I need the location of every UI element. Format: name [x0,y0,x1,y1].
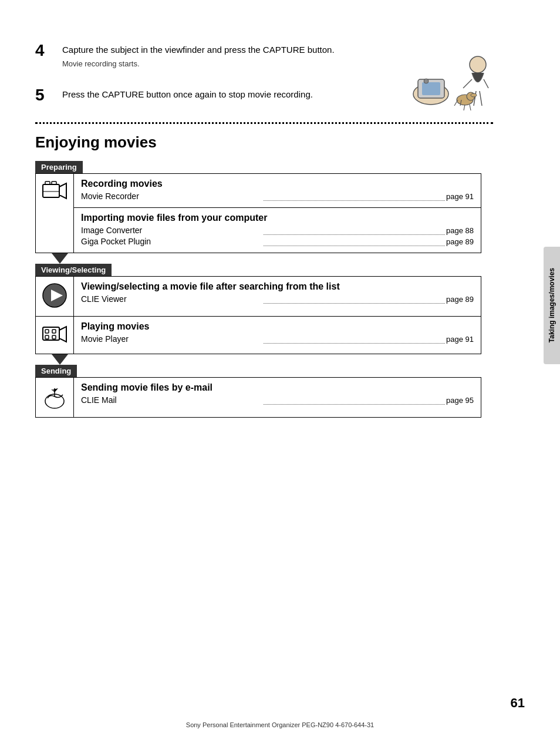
image-converter-label: Image Converter [81,226,262,235]
table-row: Importing movie files from your computer… [36,207,481,253]
movie-recorder-page: page 91 [446,192,474,201]
step-4-main: Capture the subject in the viewfinder an… [62,43,396,57]
recording-icon-cell [36,173,74,253]
preparing-header: Preparing [35,161,83,173]
svg-line-11 [454,100,458,106]
recording-movies-cell: Recording movies Movie Recorder page 91 [74,173,481,207]
sending-cell: Sending movie files by e-mail CLIE Mail … [74,377,481,417]
svg-rect-2 [422,82,440,95]
viewing-header: Viewing/Selecting [35,264,112,276]
clie-viewer-row: CLIE Viewer page 89 [81,294,474,304]
giga-pocket-row: Giga Pocket Plugin page 89 [81,237,474,246]
svg-line-5 [463,79,472,88]
svg-point-15 [471,93,477,97]
sending-header: Sending [35,365,77,377]
svg-rect-25 [45,330,49,333]
table-row: Viewing/selecting a movie file after sea… [36,276,481,316]
importing-cell: Importing movie files from your computer… [74,207,481,253]
group-viewing: Viewing/Selecting Viewing/selecting a mo… [35,264,525,354]
svg-rect-27 [45,335,49,339]
dots [264,238,445,246]
step-5-number: 5 [35,86,53,105]
movie-player-label: Movie Player [81,334,262,344]
table-row: Sending movie files by e-mail CLIE Mail … [36,377,481,417]
viewing-table: Viewing/selecting a movie file after sea… [35,276,481,354]
section-title: Enjoying movies [35,133,525,152]
dots [264,227,445,235]
side-tab: Taking images/movies [544,247,560,364]
image-converter-page: page 88 [446,226,474,235]
clie-mail-page: page 95 [446,396,474,405]
viewing-title: Viewing/selecting a movie file after sea… [81,281,474,292]
svg-point-3 [424,79,429,83]
arrow-2 [35,354,481,365]
clie-viewer-label: CLIE Viewer [81,294,262,304]
viewing-cell: Viewing/selecting a movie file after sea… [74,276,481,316]
svg-marker-17 [59,183,66,199]
illustration [396,47,501,123]
dots [264,396,445,405]
svg-line-14 [470,105,471,110]
flow-groups: Preparing Recording movie [35,161,525,418]
table-row: Playing movies Movie Player page 91 [36,316,481,354]
playing-movies-cell: Playing movies Movie Player page 91 [74,316,481,354]
movie-player-row: Movie Player page 91 [81,334,474,344]
film-icon-cell [36,316,74,354]
arrow-down-icon-2 [52,354,68,365]
group-sending: Sending Sending movie fil [35,365,525,418]
side-tab-label: Taking images/movies [548,268,556,342]
arrow-down-icon [52,253,68,264]
group-preparing: Preparing Recording movie [35,161,525,253]
clie-mail-row: CLIE Mail page 95 [81,395,474,405]
step-4-content: Capture the subject in the viewfinder an… [62,41,396,68]
dots [264,193,445,201]
sending-title: Sending movie files by e-mail [81,382,474,393]
step-4-sub: Movie recording starts. [62,59,396,68]
svg-rect-28 [52,335,56,339]
svg-rect-16 [43,184,59,197]
svg-marker-24 [59,327,66,342]
svg-rect-26 [52,330,56,333]
play-icon-cell [36,276,74,316]
film-camera-icon [42,322,68,346]
giga-pocket-label: Giga Pocket Plugin [81,237,262,246]
recording-movies-row: Movie Recorder page 91 [81,191,474,201]
svg-line-6 [484,79,488,88]
clie-viewer-page: page 89 [446,295,474,304]
clie-mail-label: CLIE Mail [81,395,262,405]
importing-title: Importing movie files from your computer [81,213,474,223]
movie-recorder-label: Movie Recorder [81,191,262,201]
step-4-number: 4 [35,41,53,68]
table-row: Recording movies Movie Recorder page 91 [36,173,481,207]
svg-point-4 [470,56,486,73]
footer: Sony Personal Entertainment Organizer PE… [0,721,560,728]
video-camera-icon [42,180,68,202]
page-number: 61 [511,695,525,711]
play-button-icon [42,283,68,308]
mail-send-icon [42,384,68,409]
recording-movies-title: Recording movies [81,179,474,189]
playing-movies-title: Playing movies [81,321,474,332]
svg-line-8 [480,91,482,106]
svg-rect-19 [52,182,56,184]
sending-table: Sending movie files by e-mail CLIE Mail … [35,377,481,418]
mail-icon-cell [36,377,74,417]
image-converter-row: Image Converter page 88 [81,226,474,235]
dots [264,295,445,304]
page-container: Taking images/movies 4 Capture the subje… [0,0,560,746]
movie-player-page: page 91 [446,335,474,344]
giga-pocket-page: page 89 [446,237,474,246]
dots [264,335,445,344]
capture-illustration [396,47,501,123]
preparing-table: Recording movies Movie Recorder page 91 … [35,173,481,253]
arrow-1 [35,253,481,264]
svg-rect-18 [45,182,50,184]
